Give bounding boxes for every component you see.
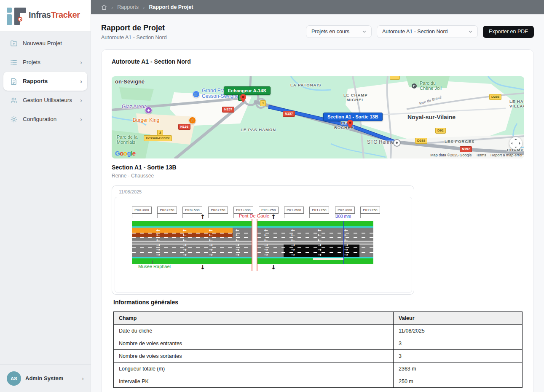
lane-arrow-icon: →	[263, 252, 269, 257]
document-icon	[10, 78, 18, 85]
pk-marker: PK0+750	[208, 207, 228, 214]
user-menu[interactable]: AS Admin System ›	[0, 364, 91, 392]
road-badge: N136	[178, 124, 190, 130]
bridge-gap	[252, 219, 257, 271]
access-arrow-up-icon: ↑	[199, 214, 206, 220]
sidebar-item-gestion-utilisateurs[interactable]: Gestion Utilisateurs ›	[3, 91, 87, 110]
museum-tick	[152, 260, 153, 264]
breadcrumb-separator: ›	[111, 4, 113, 11]
lane-arrow-icon: →	[316, 247, 323, 252]
lane-arrow-icon: →	[289, 247, 296, 252]
section-title: Section A1 - Sortie 13B	[112, 164, 177, 171]
lane-arrow-icon: →	[289, 243, 296, 247]
info-table: Champ Valeur Date du cliché11/08/2025Nom…	[113, 311, 523, 388]
pk-tick	[360, 214, 361, 218]
road-badge: Cesson-Centre	[144, 135, 172, 141]
lane-arrow-icon: →	[234, 252, 241, 257]
verge-green-bottom	[132, 258, 252, 264]
home-icon[interactable]	[101, 4, 107, 10]
lane-arrow-icon: ←	[289, 228, 296, 233]
lane-arrow-icon: →	[234, 247, 241, 252]
table-cell: 250 m	[394, 375, 523, 388]
sidebar-item-projets[interactable]: Projets ›	[3, 53, 87, 72]
road-badge	[390, 76, 400, 80]
map-label-line: VILLAGE	[509, 104, 524, 109]
lane-separator	[257, 233, 373, 234]
avatar: AS	[7, 371, 21, 386]
lane-arrow-icon: ←	[289, 233, 296, 237]
map-label-line: Parc du	[420, 81, 442, 86]
google-logo[interactable]: Google	[115, 150, 136, 157]
lane-arrow-icon: ←	[234, 228, 241, 233]
restaurant-poi-icon[interactable]: 🍴	[189, 117, 196, 124]
lane-arrow-icon: ←	[343, 233, 349, 237]
table-row: Nombre de voies sortantes3	[114, 350, 523, 362]
terms-link[interactable]: Terms	[476, 153, 486, 157]
pk-tick	[182, 214, 183, 218]
map-label: STG Rennes	[367, 140, 396, 145]
info-table-title: Informations générales	[113, 299, 178, 306]
map[interactable]: on-SévignéGrand FraisCesson-SévignéGlaz …	[112, 76, 524, 158]
chevron-right-icon: ›	[80, 97, 82, 103]
sidebar-nav: Nouveau Projet Projets › Rapports ›	[0, 34, 91, 129]
col-valeur: Valeur	[394, 312, 523, 325]
grocery-poi-icon[interactable]: 🛒	[193, 91, 200, 98]
map-label: LE HAUTVILLAGE	[509, 99, 524, 108]
access-arrow-down-icon: ↓	[199, 264, 206, 271]
map-label-line: Noyal-sur-Vilaine	[407, 114, 456, 121]
map-label-line: Chêne Joli	[420, 86, 442, 91]
lane-arrow-icon: ←	[343, 238, 349, 242]
breadcrumb: › Rapports › Rapport de Projet	[91, 0, 544, 14]
table-row: Nombre de voies entrantes3	[114, 337, 523, 350]
road-badge: D292	[415, 138, 427, 144]
chevron-right-icon: ›	[80, 78, 82, 84]
gear-icon	[10, 115, 18, 123]
lane-arrow-icon: →	[316, 252, 323, 257]
map-pin-icon[interactable]	[347, 120, 353, 128]
lane-arrow-icon: →	[263, 243, 269, 247]
lane-arrow-icon: ←	[207, 238, 214, 242]
diagram-date: 11/08/2025	[119, 189, 142, 194]
lane-arrow-icon: →	[343, 252, 349, 257]
project-status-select[interactable]: Projets en cours	[306, 25, 372, 38]
project-select[interactable]: Autoroute A1 - Section Nord	[377, 25, 478, 38]
lane-arrow-icon: ←	[155, 233, 161, 237]
map-label: Burger King	[133, 118, 159, 123]
road-badge: D92	[435, 128, 446, 134]
lane-separator	[257, 237, 373, 238]
chevron-right-icon: ›	[82, 375, 84, 381]
sidebar-item-label: Configuration	[23, 116, 56, 122]
map-label: on-Sévigné	[115, 79, 145, 85]
arena-poi-icon[interactable]: ◆	[145, 107, 152, 114]
table-header-row: Champ Valeur	[114, 312, 523, 325]
map-pan-control-icon[interactable]	[509, 137, 522, 150]
map-label: Noyal-sur-Vilaine	[407, 114, 456, 121]
user-name: Admin System	[25, 375, 63, 381]
map-label-line: LE PAS HAMON	[241, 128, 276, 132]
lane-arrow-icon: →	[181, 247, 188, 252]
map-label-line: Burger King	[133, 118, 159, 123]
table-row: Longueur totale (m)2363 m	[114, 362, 523, 375]
pk-tick	[309, 214, 310, 218]
lane-arrow-icon: ←	[316, 233, 323, 237]
sidebar-item-rapports[interactable]: Rapports ›	[3, 72, 87, 91]
sidebar-item-configuration[interactable]: Configuration ›	[3, 110, 87, 129]
lane-arrow-icon: ←	[207, 233, 214, 237]
lane-arrow-icon: ←	[155, 238, 161, 242]
export-pdf-button[interactable]: Exporter en PDF	[483, 26, 534, 38]
breadcrumb-rapports[interactable]: Rapports	[117, 4, 139, 10]
pk-tick	[157, 214, 158, 218]
report-map-error-link[interactable]: Report a map error	[490, 153, 523, 157]
table-row: Intervalle PK250 m	[114, 375, 523, 388]
route-marker-label[interactable]: Echangeur A-14S	[224, 86, 271, 95]
parking-poi-icon: P	[412, 83, 417, 89]
map-pin-icon[interactable]	[240, 94, 246, 102]
lane-arrow-icon: ←	[155, 228, 161, 233]
table-cell: 11/08/2025	[394, 325, 523, 337]
lane-arrow-icon: →	[289, 252, 296, 257]
lane-arrow-icon: →	[207, 252, 214, 257]
pk-marker: PK1+250	[259, 207, 279, 214]
sidebar-item-label: Projets	[23, 59, 40, 65]
sidebar-item-nouveau-projet[interactable]: Nouveau Projet	[3, 34, 87, 53]
road-diagram: PK0+000PK0+250PK0+500PK0+750PK1+000PK1+2…	[115, 197, 412, 293]
